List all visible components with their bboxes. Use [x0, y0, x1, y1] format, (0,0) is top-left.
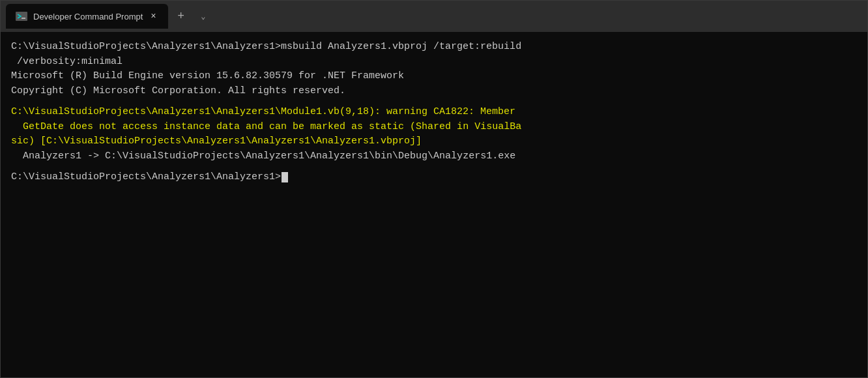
terminal-line-copyright: Copyright (C) Microsoft Corporation. All… — [11, 84, 857, 99]
tab-title-text: Developer Command Prompt — [33, 12, 143, 22]
terminal-line-warning: C:\VisualStudioProjects\Analyzers1\Analy… — [11, 105, 857, 149]
terminal-body[interactable]: C:\VisualStudioProjects\Analyzers1\Analy… — [1, 32, 867, 377]
terminal-line-cmd1: C:\VisualStudioProjects\Analyzers1\Analy… — [11, 40, 857, 69]
terminal-window: Developer Command Prompt × + ⌄ C:\Visual… — [0, 0, 868, 378]
terminal-spacer — [11, 98, 857, 105]
terminal-spacer — [11, 164, 857, 170]
tab-dropdown-button[interactable]: ⌄ — [194, 7, 212, 25]
terminal-line-engine: Microsoft (R) Build Engine version 15.6.… — [11, 69, 857, 84]
terminal-line-output: Analyzers1 -> C:\VisualStudioProjects\An… — [11, 149, 857, 164]
terminal-cursor — [282, 172, 288, 182]
title-bar: Developer Command Prompt × + ⌄ — [1, 1, 867, 32]
tab-close-button[interactable]: × — [148, 10, 158, 23]
terminal-line-prompt: C:\VisualStudioProjects\Analyzers1\Analy… — [11, 170, 857, 185]
active-tab[interactable]: Developer Command Prompt × — [6, 4, 168, 29]
new-tab-button[interactable]: + — [171, 6, 192, 27]
terminal-icon — [15, 11, 28, 22]
